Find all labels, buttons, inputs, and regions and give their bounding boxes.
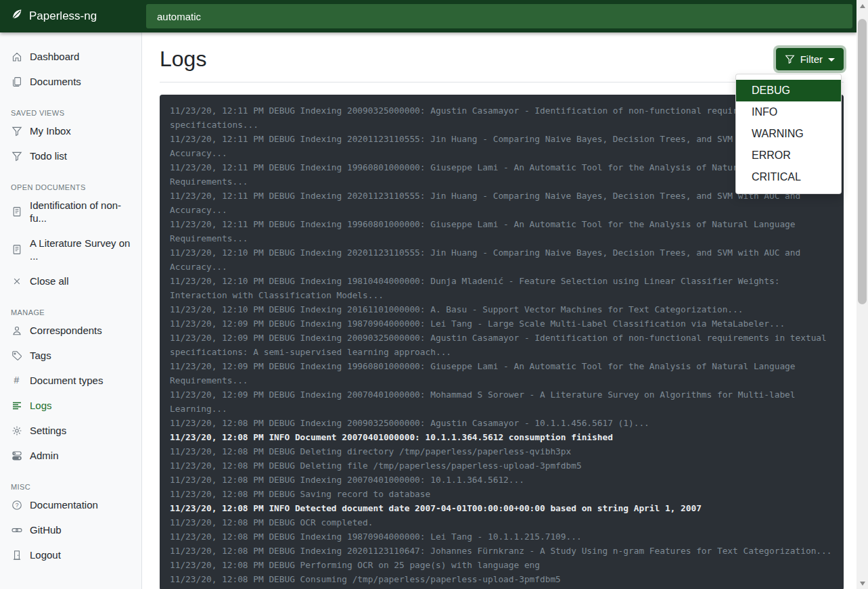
close-icon [11, 275, 22, 287]
link-icon [11, 524, 22, 536]
sidebar-item-logout[interactable]: Logout [0, 542, 141, 567]
log-line: 11/23/20, 12:09 PM DEBUG Indexing 199608… [170, 359, 833, 387]
sidebar-item-github[interactable]: GitHub [0, 517, 141, 542]
log-line: 11/23/20, 12:08 PM DEBUG Indexing 198709… [170, 529, 833, 544]
sidebar-item-dashboard[interactable]: Dashboard [0, 44, 141, 69]
sidebar-item-open-document-2[interactable]: A Literature Survey on ... [0, 231, 141, 268]
log-line: 11/23/20, 12:10 PM DEBUG Indexing 201611… [170, 302, 833, 316]
filter-option-info[interactable]: INFO [736, 101, 841, 123]
log-line: 11/23/20, 12:11 PM DEBUG Indexing 202011… [170, 132, 833, 160]
log-line: 11/23/20, 12:09 PM DEBUG Indexing 200903… [170, 331, 833, 359]
file-text-icon [11, 206, 22, 218]
sidebar-item-admin[interactable]: Admin [0, 443, 141, 468]
scrollbar [856, 0, 868, 589]
log-line: 11/23/20, 12:10 PM DEBUG Indexing 198104… [170, 274, 833, 302]
leaf-icon [10, 8, 23, 24]
file-text-icon [11, 244, 22, 256]
log-line: 11/23/20, 12:10 PM DEBUG Indexing 202011… [170, 245, 833, 274]
log-line: 11/23/20, 12:08 PM DEBUG Performing OCR … [170, 558, 833, 572]
person-icon [11, 325, 22, 336]
sidebar: Dashboard Documents SAVED VIEWS My Inbox… [0, 32, 142, 589]
log-line: 11/23/20, 12:11 PM DEBUG Indexing 200903… [170, 103, 833, 132]
funnel-icon [11, 125, 22, 137]
sidebar-item-close-all[interactable]: Close all [0, 268, 141, 293]
door-icon [11, 549, 22, 561]
gear-icon [11, 425, 22, 436]
sidebar-item-my-inbox[interactable]: My Inbox [0, 118, 141, 143]
filter-button-label: Filter [800, 53, 823, 65]
sidebar-item-document-types[interactable]: # Document types [0, 368, 141, 393]
question-circle-icon: ? [11, 499, 22, 511]
log-line: 11/23/20, 12:09 PM DEBUG Indexing 198709… [170, 316, 833, 331]
sidebar-item-logs[interactable]: Logs [0, 393, 141, 418]
top-bar: Paperless-ng [0, 0, 856, 32]
log-line: 11/23/20, 12:08 PM INFO Document 2007040… [170, 430, 833, 444]
filter-option-error[interactable]: ERROR [736, 145, 841, 166]
filter-button[interactable]: Filter [776, 48, 844, 70]
funnel-icon [785, 54, 795, 64]
filter-dropdown-menu: DEBUG INFO WARNING ERROR CRITICAL [735, 74, 842, 194]
log-line: 11/23/20, 12:08 PM DEBUG Consuming /tmp/… [170, 572, 833, 586]
search-input[interactable] [146, 4, 852, 28]
list-icon [11, 400, 22, 411]
log-line: 11/23/20, 12:11 PM DEBUG Indexing 202011… [170, 189, 833, 217]
log-line: 11/23/20, 12:08 PM DEBUG Saving record t… [170, 487, 833, 501]
tag-icon [11, 350, 22, 361]
sidebar-item-open-document-1[interactable]: Identification of non-fu... [0, 193, 141, 231]
search-bar [142, 0, 856, 32]
hash-icon: # [11, 375, 22, 386]
scrollbar-thumb[interactable] [858, 19, 867, 304]
toggles-icon [11, 450, 22, 461]
sidebar-item-correspondents[interactable]: Correspondents [0, 318, 141, 343]
main-content: Logs Filter DEBUG INFO WARNING ERROR CRI… [143, 32, 856, 589]
svg-text:?: ? [15, 502, 18, 509]
section-misc: MISC [0, 479, 141, 492]
log-line: 11/23/20, 12:08 PM DEBUG Deleting file /… [170, 458, 833, 473]
sidebar-item-todo-list[interactable]: Todo list [0, 143, 141, 168]
sidebar-item-tags[interactable]: Tags [0, 343, 141, 368]
page-title: Logs [160, 47, 206, 72]
scrollbar-down-arrow[interactable] [856, 578, 868, 589]
section-manage: MANAGE [0, 304, 141, 318]
log-line: 11/23/20, 12:11 PM DEBUG Indexing 199608… [170, 217, 833, 245]
log-line: 11/23/20, 12:08 PM DEBUG Indexing 202011… [170, 544, 833, 558]
scrollbar-up-arrow[interactable] [856, 0, 868, 11]
funnel-icon [11, 150, 22, 162]
documents-icon [11, 76, 22, 87]
log-line: 11/23/20, 12:08 PM DEBUG OCR completed. [170, 515, 833, 529]
chevron-down-icon [828, 58, 835, 62]
brand[interactable]: Paperless-ng [0, 0, 142, 32]
sidebar-item-documentation[interactable]: ? Documentation [0, 492, 141, 517]
log-line: 11/23/20, 12:08 PM DEBUG Indexing 200704… [170, 473, 833, 487]
filter-option-warning[interactable]: WARNING [736, 123, 841, 145]
sidebar-item-settings[interactable]: Settings [0, 418, 141, 443]
brand-title: Paperless-ng [29, 9, 97, 23]
filter-option-critical[interactable]: CRITICAL [736, 166, 841, 188]
log-line: 11/23/20, 12:11 PM DEBUG Indexing 199608… [170, 160, 833, 189]
section-open-documents: OPEN DOCUMENTS [0, 179, 141, 193]
home-icon [11, 51, 22, 62]
sidebar-item-documents[interactable]: Documents [0, 69, 141, 94]
log-line: 11/23/20, 12:08 PM INFO Detected documen… [170, 501, 833, 515]
log-line: 11/23/20, 12:08 PM DEBUG Deleting direct… [170, 444, 833, 458]
section-saved-views: SAVED VIEWS [0, 105, 141, 118]
filter-option-debug[interactable]: DEBUG [736, 80, 841, 101]
log-line: 11/23/20, 12:08 PM DEBUG Indexing 200903… [170, 416, 833, 430]
log-line: 11/23/20, 12:09 PM DEBUG Indexing 200704… [170, 387, 833, 416]
